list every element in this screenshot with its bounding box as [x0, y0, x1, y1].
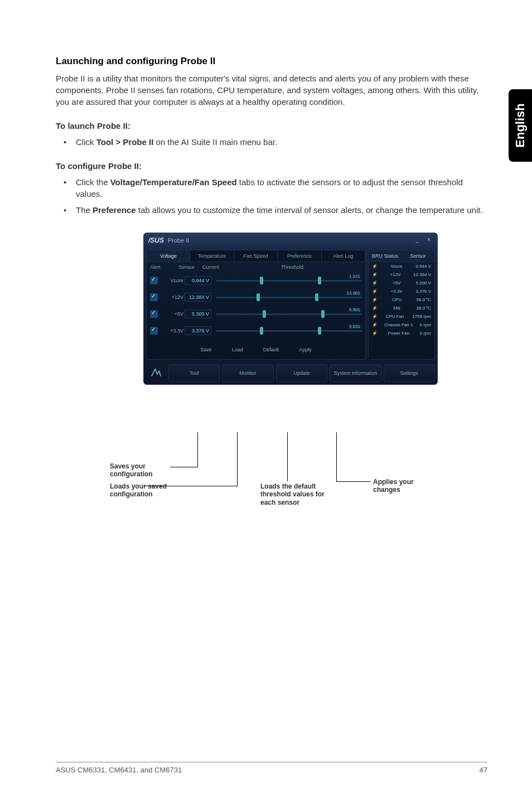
ai-suite-logo-icon [146, 364, 166, 382]
status-name: +12V [390, 272, 401, 277]
callout-line [170, 467, 198, 467]
save-button[interactable]: Save [197, 346, 215, 354]
bottom-update-button[interactable]: Update [276, 364, 327, 382]
sensor-row: +5V 5.300 V 5.501 [147, 306, 365, 322]
configure-list: Click the Voltage/Temperature/Fan Speed … [56, 176, 487, 216]
status-row: ⚡CPU Fan1758 rpm [369, 312, 434, 321]
callout-line [336, 432, 337, 481]
threshold-slider[interactable]: 13.001 [216, 292, 362, 302]
bottom-sysinfo-button[interactable]: System Information [330, 364, 381, 382]
tab-voltage[interactable]: Voltage [147, 250, 190, 262]
status-row: ⚡+5V5.200 V [369, 279, 434, 287]
bottom-bar: Tool Monitor Update System Information S… [144, 362, 437, 384]
action-buttons: Save Load Default Apply [147, 339, 365, 359]
sensor-row: +3.3V 3.376 V 3.631 [147, 322, 365, 339]
sensor-value: 12.384 V [185, 293, 211, 302]
status-icon: ⚡ [372, 289, 378, 294]
status-row: ⚡+12V12.384 V [369, 270, 434, 279]
status-icon: ⚡ [372, 264, 378, 269]
configure-item-1: Click the Voltage/Temperature/Fan Speed … [56, 176, 487, 200]
minimize-button[interactable]: _ [413, 236, 421, 244]
language-label: English [513, 103, 528, 147]
left-pane: Voltage Temperature Fan Speed Preference… [146, 250, 366, 360]
callout-default: Loads the default threshold values for e… [260, 482, 338, 506]
sensor-name: +3.3V [159, 328, 183, 334]
status-hdr-1: BRU Status [369, 250, 402, 262]
status-value: 1758 rpm [412, 314, 431, 319]
hdr-current: Current [195, 264, 223, 270]
status-name: Chassis Fan 1 [384, 322, 413, 327]
probe-window: /SUS Probe II _ × Voltage Temperature Fa… [143, 233, 438, 385]
hdr-alert: Alert [150, 264, 167, 270]
default-button[interactable]: Default [260, 346, 283, 354]
screenshot-area: /SUS Probe II _ × Voltage Temperature Fa… [104, 233, 439, 385]
alert-checkbox[interactable] [150, 277, 158, 284]
footer-page-number: 47 [480, 766, 487, 774]
status-row: ⚡Chassis Fan 10 rpm [369, 321, 434, 329]
sensor-name: Vcore [159, 278, 183, 283]
sensor-value: 0.944 V [185, 276, 211, 285]
status-value: 38.0 ºC [417, 306, 432, 311]
bottom-monitor-button[interactable]: Monitor [222, 364, 273, 382]
callout-loads: Loads your saved configuration [110, 482, 188, 499]
close-button[interactable]: × [425, 236, 433, 244]
alert-checkbox[interactable] [150, 293, 158, 301]
intro-paragraph: Probe II is a utility that monitors the … [56, 73, 487, 108]
status-icon: ⚡ [372, 306, 378, 311]
status-pane: BRU Status Sensor ⚡Vcore0.944 V⚡+12V12.3… [368, 250, 435, 360]
status-hdr-2: Sensor [402, 250, 434, 262]
callout-line [237, 432, 238, 486]
launch-heading: To launch Probe II: [56, 121, 487, 131]
threshold-slider[interactable]: 3.631 [216, 326, 362, 336]
status-name: +5V [393, 281, 400, 286]
status-name: +3.3V [391, 289, 403, 294]
status-value: 0 rpm [420, 331, 431, 336]
callout-saves: Saves your configuration [110, 462, 171, 479]
status-row: ⚡CPU56.0 ºC [369, 296, 434, 304]
threshold-slider[interactable]: 1.221 [216, 276, 362, 286]
page-content: Launching and configuring Probe II Probe… [0, 0, 532, 385]
sensor-rows: Vcore 0.944 V 1.221 +12V 12.384 V 13.001 [147, 272, 365, 339]
sensor-name: +5V [159, 311, 183, 317]
status-icon: ⚡ [372, 272, 378, 277]
status-name: Vcore [391, 264, 403, 269]
page-footer: ASUS CM6331, CM6431, and CM6731 47 [56, 762, 487, 774]
status-icon: ⚡ [372, 314, 378, 319]
bottom-settings-button[interactable]: Settings [384, 364, 435, 382]
column-headers: Alert Sensor Current Threshold [147, 262, 365, 272]
configure-heading: To configure Probe II: [56, 161, 487, 171]
status-row: ⚡Vcore0.944 V [369, 262, 434, 270]
tab-preference[interactable]: Preference [278, 250, 321, 262]
status-value: 12.384 V [413, 272, 431, 277]
bottom-tool-button[interactable]: Tool [168, 364, 220, 382]
sensor-row: Vcore 0.944 V 1.221 [147, 272, 365, 289]
callout-line [336, 481, 371, 482]
load-button[interactable]: Load [229, 346, 246, 354]
status-row: ⚡MB38.0 ºC [369, 304, 434, 312]
configure-item-2: The Preference tab allows you to customi… [56, 204, 487, 216]
status-header: BRU Status Sensor [369, 250, 434, 262]
threshold-slider[interactable]: 5.501 [216, 309, 362, 319]
status-value: 0 rpm [420, 322, 431, 327]
tab-temperature[interactable]: Temperature [190, 250, 234, 262]
apply-button[interactable]: Apply [296, 346, 315, 354]
sensor-value: 5.300 V [185, 310, 211, 318]
app-title: Probe II [168, 237, 190, 244]
sensor-tabs: Voltage Temperature Fan Speed Preference… [147, 250, 365, 262]
hdr-sensor: Sensor [167, 264, 195, 270]
status-value: 3.376 V [415, 289, 431, 294]
alert-checkbox[interactable] [150, 327, 158, 335]
status-value: 0.944 V [415, 264, 431, 269]
language-tab: English [509, 89, 532, 162]
alert-checkbox[interactable] [150, 310, 158, 318]
status-icon: ⚡ [372, 297, 378, 302]
tab-alertlog[interactable]: Alert Log [322, 250, 365, 262]
callout-line [287, 432, 288, 481]
window-buttons: _ × [411, 236, 433, 244]
titlebar: /SUS Probe II _ × [144, 233, 437, 248]
tab-fanspeed[interactable]: Fan Speed [234, 250, 278, 262]
status-rows: ⚡Vcore0.944 V⚡+12V12.384 V⚡+5V5.200 V⚡+3… [369, 262, 434, 337]
hdr-threshold: Threshold [223, 264, 362, 270]
footer-product: ASUS CM6331, CM6431, and CM6731 [56, 766, 182, 774]
launch-item: Click Tool > Probe II on the AI Suite II… [56, 136, 487, 148]
